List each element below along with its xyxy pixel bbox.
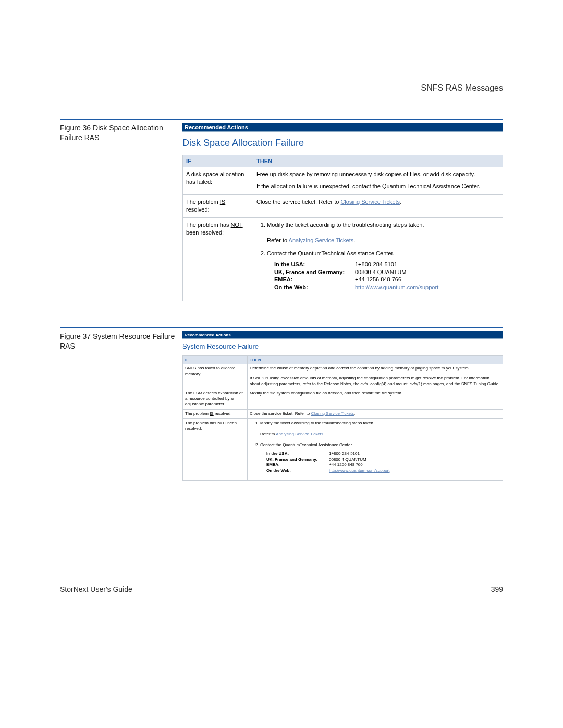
th-then: THEN [248,356,503,364]
if-cell: The FSM detects exhaustion of a resource… [183,389,248,409]
if-cell: The problem IS resolved: [183,194,253,218]
then-cell: Close the service ticket. Refer to Closi… [253,194,503,218]
analyzing-tickets-link[interactable]: Analyzing Service Tickets [289,237,354,243]
support-link[interactable]: http://www.quantum.com/support [329,468,390,474]
th-if: IF [183,356,248,364]
section-rule [60,327,503,328]
then-cell: Free up disk space by removing unnecessa… [253,167,503,195]
analyzing-tickets-link[interactable]: Analyzing Service Tickets [276,431,323,436]
panel-title: System Resource Failure [182,339,503,355]
figure-37-caption: Figure 37 System Resource Failure RAS [60,331,182,351]
th-if: IF [183,155,253,167]
section-rule [60,119,503,120]
closing-tickets-link[interactable]: Closing Service Tickets [311,411,354,416]
if-cell: The problem has NOT been resolved: [183,418,248,480]
recommended-actions-bar: Recommended Actions [182,123,503,132]
closing-tickets-link[interactable]: Closing Service Tickets [340,199,400,205]
page-footer: StorNext User's Guide 399 [60,585,503,594]
then-cell: Modify the ticket according to the troub… [248,418,503,480]
panel-title: Disk Space Allocation Failure [182,132,503,155]
then-cell: Modify the ticket according to the troub… [253,218,503,301]
ras-table-36: IF THEN A disk space allocation has fail… [182,155,503,301]
page-number: 399 [491,585,503,594]
if-cell: The problem has NOT been resolved: [183,218,253,301]
running-head: SNFS RAS Messages [60,83,503,93]
then-cell: Close the service ticket. Refer to Closi… [248,409,503,418]
then-cell: Modify the file system configuration fil… [248,389,503,409]
figure-36-caption: Figure 36 Disk Space Allocation Failure … [60,123,182,143]
footer-title: StorNext User's Guide [60,585,132,594]
support-link[interactable]: http://www.quantum.com/support [355,283,438,291]
th-then: THEN [253,155,503,167]
ras-table-37: IF THEN SNFS has failed to allocate memo… [182,355,503,481]
then-cell: Determine the cause of memory depletion … [248,364,503,389]
recommended-actions-bar: Recommended Actions [182,331,503,339]
if-cell: SNFS has failed to allocate memory: [183,364,248,389]
if-cell: A disk space allocation has failed: [183,167,253,195]
if-cell: The problem IS resolved: [183,409,248,418]
